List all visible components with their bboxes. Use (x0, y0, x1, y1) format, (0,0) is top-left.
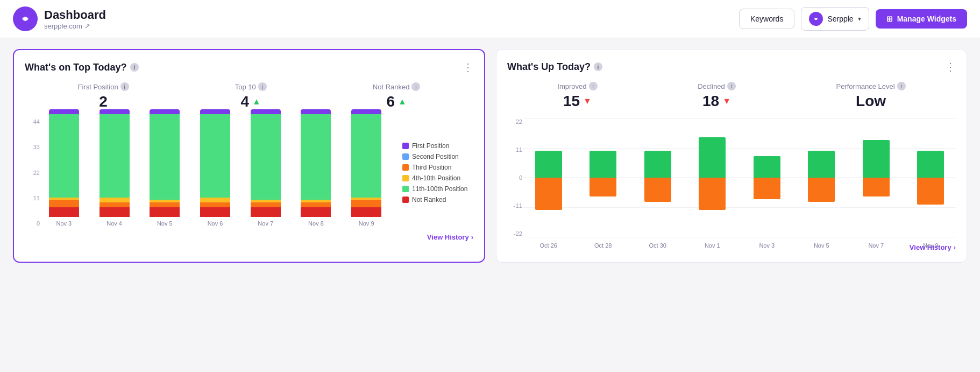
neg-bar (699, 178, 726, 210)
bar-stack (251, 109, 281, 217)
bar-segment (200, 109, 230, 114)
legend-color (402, 186, 409, 192)
bar-stack (100, 109, 130, 217)
metric-value-declined: 18 ▼ (698, 93, 736, 110)
svg-point-1 (24, 17, 27, 20)
manage-widgets-button[interactable]: ⊞ Manage Widgets (876, 9, 967, 29)
info-icon-right[interactable]: i (594, 62, 602, 71)
bar-label: Nov 4 (106, 220, 122, 227)
bar-segment (351, 207, 381, 217)
metric-label-first: First Position i (78, 82, 129, 91)
div-bar-group: Oct 26 (523, 118, 574, 237)
bar-segment (49, 109, 79, 114)
legend-item: Third Position (402, 164, 473, 171)
info-icon-performance[interactable]: i (897, 82, 906, 90)
keywords-button[interactable]: Keywords (739, 9, 794, 29)
div-y-axis: 22 11 0 -11 -22 (507, 118, 522, 237)
view-history-left: View History › (25, 233, 473, 241)
legend-label: Not Ranked (412, 196, 446, 203)
legend-label: Third Position (412, 164, 451, 171)
metrics-row-left: First Position i 2 Top 10 i 4 ▲ Not Rank… (25, 82, 473, 110)
metric-first-position: First Position i 2 (78, 82, 129, 110)
div-bar-group: Nov 7 (851, 118, 901, 237)
info-icon-notranked[interactable]: i (411, 82, 420, 91)
bar-segment (251, 207, 281, 217)
div-bar-label: Nov 3 (759, 242, 775, 249)
bar-segment (351, 200, 381, 207)
legend-color (402, 143, 409, 149)
info-icon-declined[interactable]: i (727, 82, 736, 90)
info-icon-first[interactable]: i (120, 82, 129, 91)
header-actions: Keywords Serpple ▾ ⊞ Manage Widgets (739, 7, 967, 31)
div-bar-group: Nov 5 (797, 118, 847, 237)
metric-label-top10: Top 10 i (235, 82, 267, 91)
card-title-left: What's on Top Today? i (25, 62, 139, 73)
info-icon-top10[interactable]: i (258, 82, 267, 91)
header: Dashboard serpple.com ↗ Keywords Serpple… (0, 0, 980, 38)
view-history-link-left[interactable]: View History › (427, 233, 473, 241)
card-header-left: What's on Top Today? i ⋮ (25, 61, 473, 74)
view-history-right: View History › (507, 243, 956, 251)
bar-chart: 44 33 22 11 0 Nov 3Nov 4Nov 5Nov 6Nov 7N… (25, 119, 389, 227)
bar-group: Nov 7 (243, 109, 289, 227)
div-bar-group: Nov 1 (687, 118, 738, 237)
bar-segment (150, 109, 180, 114)
bar-segment (301, 114, 331, 200)
metric-improved: Improved i 15 ▼ (557, 82, 597, 110)
brand-logo (13, 6, 38, 31)
serpple-select-text: Serpple (827, 15, 853, 23)
legend-color (402, 196, 409, 203)
info-icon-left[interactable]: i (130, 63, 139, 72)
metrics-row-right: Improved i 15 ▼ Declined i 18 ▼ (507, 82, 956, 110)
pos-bar (808, 151, 835, 178)
card-header-right: What's Up Today? i ⋮ (507, 60, 956, 73)
div-bar-label: Oct 28 (594, 242, 612, 249)
external-link-icon: ↗ (84, 22, 90, 30)
div-bar-label: Oct 30 (649, 242, 666, 249)
neg-bar (863, 178, 890, 196)
chart-area-left: 44 33 22 11 0 Nov 3Nov 4Nov 5Nov 6Nov 7N… (25, 119, 473, 227)
pos-bar (590, 151, 616, 178)
legend-color (402, 175, 409, 181)
bar-segment (100, 202, 130, 207)
brand-url: serpple.com ↗ (44, 22, 106, 30)
pos-bar (535, 151, 562, 178)
whats-up-card: What's Up Today? i ⋮ Improved i 15 ▼ Dec… (496, 49, 967, 263)
div-bar-group: Oct 30 (633, 118, 683, 237)
legend-color (402, 164, 409, 171)
pos-bar (644, 151, 671, 178)
arrow-down-icon-improved: ▼ (583, 96, 592, 106)
legend-label: First Position (412, 142, 449, 150)
brand-name: Dashboard (44, 8, 106, 22)
metric-value-improved: 15 ▼ (557, 93, 597, 110)
grid-icon: ⊞ (886, 15, 893, 23)
metric-label-performance: Performance Level i (836, 82, 906, 90)
legend-item: 11th-100th Position (402, 185, 473, 193)
bar-segment (251, 114, 281, 200)
metric-label-notranked: Not Ranked i (373, 82, 421, 91)
bar-segment (301, 109, 331, 114)
bar-group: Nov 3 (41, 109, 87, 227)
div-bar-group: Oct 28 (578, 118, 629, 237)
pos-bar (863, 140, 890, 178)
dots-menu-right[interactable]: ⋮ (945, 60, 956, 73)
serpple-select[interactable]: Serpple ▾ (801, 7, 869, 31)
div-bar-label: Nov 5 (814, 242, 829, 249)
bar-segment (100, 198, 130, 202)
bar-stack (301, 109, 331, 217)
neg-bar (590, 178, 616, 196)
bar-segment (251, 109, 281, 114)
legend-item: Not Ranked (402, 196, 473, 203)
diverging-bar-row: 22 11 0 -11 -22 Oct 26Oct 28Oct 30Nov 1N… (507, 118, 956, 237)
bar-group: Nov 6 (192, 109, 238, 227)
bar-segment (49, 200, 79, 207)
info-icon-improved[interactable]: i (589, 82, 598, 90)
metric-value-notranked: 6 ▲ (373, 93, 421, 110)
bar-stack (150, 109, 180, 217)
dots-menu-left[interactable]: ⋮ (463, 61, 473, 74)
legend-label: 4th-10th Position (412, 174, 460, 182)
pos-bar (917, 151, 944, 178)
bar-segment (49, 114, 79, 198)
chevron-down-icon: ▾ (858, 15, 861, 23)
bar-segment (351, 114, 381, 198)
